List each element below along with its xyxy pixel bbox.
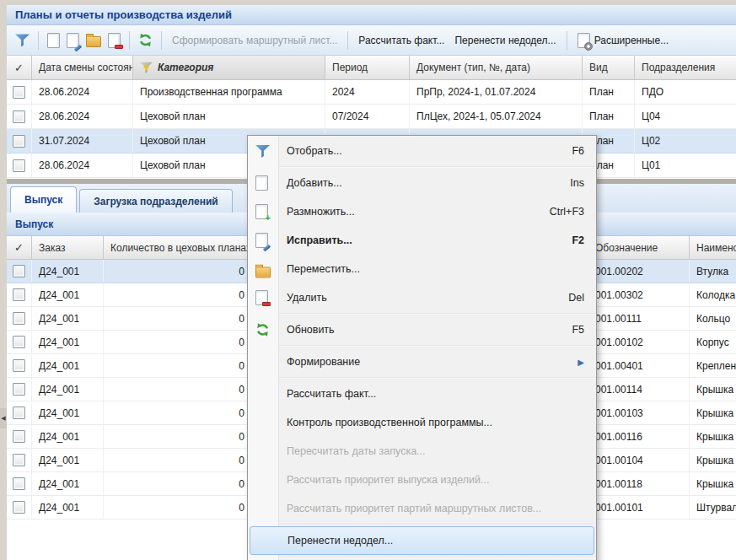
- row-checkbox[interactable]: [13, 265, 25, 277]
- cell-quantity: 0: [104, 449, 255, 471]
- row-checkbox-cell[interactable]: [7, 80, 32, 104]
- row-checkbox[interactable]: [13, 312, 25, 325]
- menu-item-delete[interactable]: Удалить Del: [248, 283, 596, 312]
- row-checkbox-cell[interactable]: [7, 472, 32, 495]
- cell-quantity: 0: [104, 260, 255, 283]
- row-checkbox-cell[interactable]: [7, 425, 32, 448]
- menu-item-program-control[interactable]: Контроль производственной программы...: [248, 408, 596, 437]
- filter-icon: [15, 34, 30, 47]
- menu-separator: [248, 345, 596, 347]
- menu-item-shortcut: F6: [555, 145, 584, 157]
- row-checkbox-cell[interactable]: [7, 129, 32, 153]
- splitter-collapse-handle[interactable]: ◀: [0, 408, 7, 428]
- edit-button[interactable]: [63, 30, 83, 51]
- filter-icon: [255, 144, 270, 158]
- menu-item-edit[interactable]: Исправить... F2: [248, 226, 596, 255]
- row-checkbox[interactable]: [13, 159, 25, 172]
- column-header-period[interactable]: Период: [325, 56, 410, 79]
- row-checkbox-cell[interactable]: [7, 496, 32, 519]
- column-header-departments[interactable]: Подразделения: [635, 56, 736, 79]
- row-checkbox[interactable]: [13, 383, 25, 396]
- calc-fact-button[interactable]: Рассчитать факт...: [353, 32, 449, 49]
- tab-output[interactable]: Выпуск: [10, 186, 77, 213]
- menu-item-refresh[interactable]: Обновить F5: [248, 315, 596, 344]
- row-checkbox-cell[interactable]: [7, 260, 32, 283]
- menu-item-add[interactable]: Добавить... Ins: [248, 169, 596, 197]
- menu-separator: [248, 556, 596, 557]
- menu-item-move-backlog[interactable]: Перенести недодел...: [250, 526, 594, 555]
- row-checkbox-cell[interactable]: [7, 105, 32, 128]
- row-checkbox-cell[interactable]: [7, 378, 32, 401]
- row-checkbox-cell[interactable]: [7, 331, 32, 353]
- move-backlog-button[interactable]: Перенести недодел...: [449, 32, 561, 49]
- column-header-check[interactable]: ✓: [7, 56, 32, 79]
- row-checkbox[interactable]: [13, 135, 25, 148]
- cell-designation: 001.00118: [588, 472, 690, 495]
- cell-name: Крышка: [690, 401, 736, 424]
- column-header-quantity[interactable]: Количество в цеховых планах: [104, 236, 255, 259]
- cell-name: Крышка: [690, 472, 736, 495]
- cell-order: Д24_001: [32, 449, 104, 471]
- row-checkbox-cell[interactable]: [7, 449, 32, 471]
- row-checkbox-cell[interactable]: [7, 307, 32, 330]
- row-checkbox[interactable]: [13, 359, 25, 372]
- menu-item-filter[interactable]: Отобрать... F6: [248, 137, 596, 165]
- calc-fact-label: Рассчитать факт...: [358, 35, 444, 46]
- menu-item-duplicate[interactable]: + Размножить... Ctrl+F3: [248, 197, 596, 226]
- edit-document-icon: [255, 233, 268, 248]
- add-button[interactable]: [44, 30, 63, 51]
- column-header-order[interactable]: Заказ: [32, 236, 104, 259]
- menu-item-shortcut: Ins: [553, 177, 584, 189]
- move-button[interactable]: [83, 30, 105, 50]
- row-checkbox-cell[interactable]: [7, 354, 32, 377]
- menu-item-calc-fact[interactable]: Рассчитать факт...: [248, 380, 596, 408]
- column-header-kind[interactable]: Вид: [583, 56, 635, 79]
- menu-item-label: Рассчитать факт...: [287, 388, 376, 400]
- cell-name: Крышка: [690, 378, 736, 401]
- column-header-category-label: Категория: [158, 62, 213, 73]
- column-header-date[interactable]: Дата смены состояния: [32, 56, 133, 79]
- row-checkbox-cell[interactable]: [7, 401, 32, 424]
- refresh-button[interactable]: [135, 30, 156, 50]
- menu-item-label: Пересчитать даты запуска...: [287, 445, 426, 457]
- column-header-check[interactable]: ✓: [7, 236, 32, 259]
- check-column-icon: ✓: [14, 62, 24, 74]
- row-checkbox[interactable]: [13, 477, 25, 490]
- row-checkbox[interactable]: [13, 407, 25, 419]
- cell-designation: 001.00114: [588, 378, 690, 401]
- row-checkbox-cell[interactable]: [7, 283, 32, 306]
- row-checkbox[interactable]: [13, 336, 25, 348]
- advanced-operations-button[interactable]: Расширенные...: [572, 30, 674, 51]
- cell-period: 07/2024: [325, 105, 410, 128]
- cell-category: Цеховой план: [133, 105, 325, 128]
- menu-item-calc-batch-priority: Рассчитать приоритет партий маршрутных л…: [248, 494, 596, 523]
- toolbar-separator: [347, 31, 348, 50]
- table-row[interactable]: 28.06.2024 Цеховой план 07/2024 ПлЦех, 2…: [7, 105, 736, 129]
- menu-item-shortcut: F5: [555, 324, 584, 336]
- toolbar-separator: [161, 31, 162, 50]
- table-row[interactable]: 28.06.2024 Производственная программа 20…: [7, 80, 736, 105]
- row-checkbox[interactable]: [13, 501, 25, 514]
- column-header-name[interactable]: Наименование: [690, 236, 736, 259]
- delete-button[interactable]: [105, 30, 124, 51]
- submenu-arrow-icon: ▶: [578, 358, 584, 367]
- cell-order: Д24_001: [32, 283, 104, 306]
- row-checkbox-cell[interactable]: [7, 153, 32, 177]
- cell-document: ПлЦех, 2024-1, 05.07.2024: [410, 105, 583, 128]
- tab-load-departments[interactable]: Загрузка подразделений: [79, 189, 232, 213]
- cell-designation: 001.00116: [588, 425, 690, 448]
- column-header-designation[interactable]: Обозначение: [588, 236, 690, 259]
- row-checkbox[interactable]: [13, 110, 25, 123]
- column-header-category[interactable]: Категория: [133, 56, 325, 79]
- filter-button[interactable]: [12, 31, 33, 50]
- cell-name: Кольцо: [690, 307, 736, 330]
- menu-item-shortcut: F2: [555, 234, 584, 246]
- cell-quantity: 0: [104, 378, 255, 401]
- menu-item-move[interactable]: Переместить...: [248, 255, 596, 283]
- column-header-document[interactable]: Документ (тип, №, дата): [410, 56, 583, 79]
- row-checkbox[interactable]: [13, 430, 25, 443]
- row-checkbox[interactable]: [13, 288, 25, 301]
- menu-item-formation[interactable]: Формирование ▶: [248, 347, 596, 376]
- row-checkbox[interactable]: [13, 86, 25, 99]
- row-checkbox[interactable]: [13, 454, 25, 466]
